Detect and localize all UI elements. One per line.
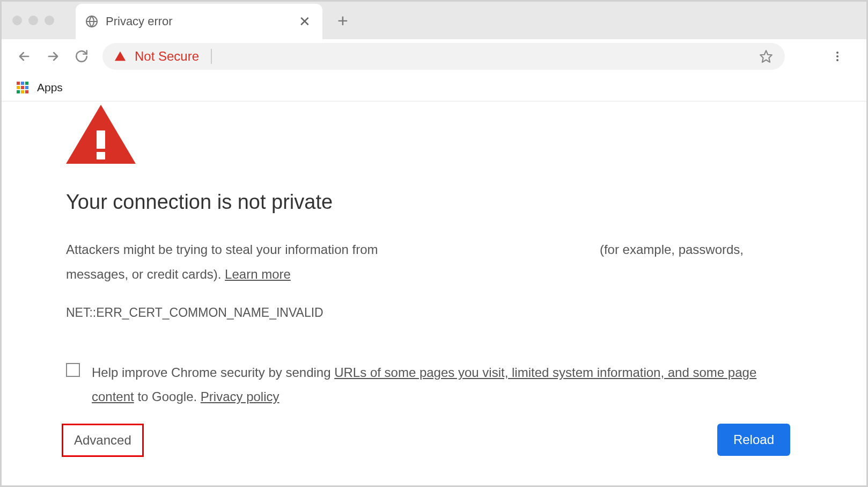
tab-strip: Privacy error ✕ + xyxy=(2,2,866,39)
close-tab-icon[interactable]: ✕ xyxy=(299,13,311,30)
error-code: NET::ERR_CERT_COMMON_NAME_INVALID xyxy=(66,306,802,320)
back-button[interactable] xyxy=(17,49,32,64)
warning-triangle-icon xyxy=(114,50,126,62)
forward-button[interactable] xyxy=(46,49,61,64)
text-cursor xyxy=(211,49,212,64)
opt-in-part1: Help improve Chrome security by sending xyxy=(92,365,331,380)
reload-button[interactable] xyxy=(75,49,89,63)
error-body-part1: Attackers might be trying to steal your … xyxy=(66,242,378,257)
security-status-label: Not Secure xyxy=(135,49,199,64)
learn-more-link[interactable]: Learn more xyxy=(225,267,291,281)
toolbar: Not Secure xyxy=(2,39,866,74)
opt-in-checkbox[interactable] xyxy=(66,363,80,377)
minimize-window-button[interactable] xyxy=(28,16,38,25)
privacy-policy-link[interactable]: Privacy policy xyxy=(201,389,279,404)
svg-point-2 xyxy=(836,52,838,54)
opt-in-text: Help improve Chrome security by sending … xyxy=(92,361,769,409)
new-tab-button[interactable]: + xyxy=(337,11,348,30)
advanced-button[interactable]: Advanced xyxy=(62,424,144,457)
apps-label[interactable]: Apps xyxy=(37,81,63,94)
window-controls xyxy=(12,16,54,25)
large-warning-icon xyxy=(66,105,136,164)
close-window-button[interactable] xyxy=(12,16,22,25)
svg-point-4 xyxy=(836,59,838,61)
error-heading: Your connection is not private xyxy=(66,191,802,214)
menu-button[interactable] xyxy=(831,50,844,63)
opt-in-part2: to Google. xyxy=(137,389,197,404)
address-bar[interactable]: Not Secure xyxy=(102,43,785,70)
globe-icon xyxy=(85,15,98,28)
bookmark-star-icon[interactable] xyxy=(759,49,773,63)
svg-marker-1 xyxy=(760,50,772,62)
bookmarks-bar: Apps xyxy=(2,74,866,101)
browser-tab[interactable]: Privacy error ✕ xyxy=(76,4,322,39)
tab-title: Privacy error xyxy=(106,14,291,28)
page-content: Your connection is not private Attackers… xyxy=(2,101,866,485)
apps-grid-icon[interactable] xyxy=(17,82,28,93)
error-description: Attackers might be trying to steal your … xyxy=(66,237,763,286)
svg-point-3 xyxy=(836,55,838,57)
reload-page-button[interactable]: Reload xyxy=(717,424,790,456)
maximize-window-button[interactable] xyxy=(45,16,54,25)
